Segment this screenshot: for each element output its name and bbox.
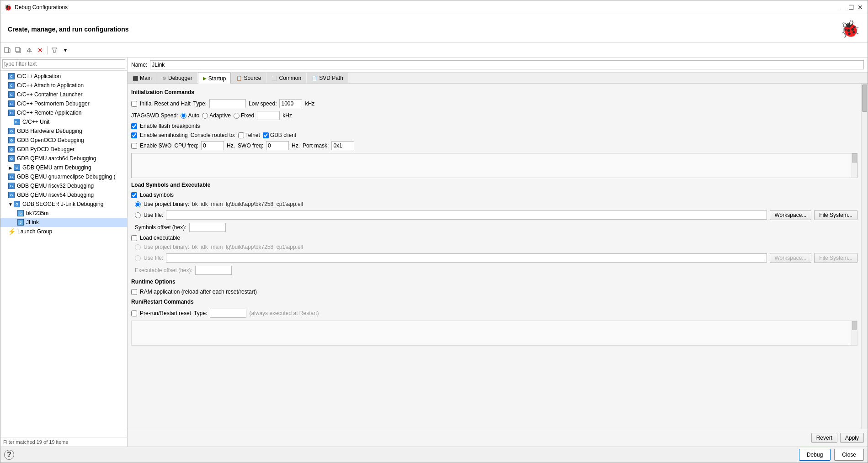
help-icon[interactable]: ? [4, 450, 14, 460]
list-item[interactable]: C C/C++ Attach to Application [0, 81, 127, 90]
left-panel: C C/C++ Application C C/C++ Attach to Ap… [0, 58, 128, 447]
tab-main[interactable]: ⬛ Main [128, 73, 157, 83]
flash-bp-checkbox[interactable] [131, 123, 137, 129]
apply-button[interactable]: Apply [840, 433, 864, 443]
low-speed-input[interactable] [279, 99, 302, 108]
type-input[interactable] [209, 99, 246, 108]
collapse-button[interactable]: ▾ [60, 45, 70, 55]
exec-file-input[interactable] [166, 253, 767, 263]
tab-svd-path[interactable]: 📄 SVD Path [307, 73, 348, 83]
use-project-binary-symbols-label: Use project binary: [144, 201, 189, 207]
init-section: Initialization Commands Initial Reset an… [128, 89, 861, 178]
list-item[interactable]: C+ C/C++ Unit [0, 117, 127, 126]
cfg-icon: G [13, 164, 21, 171]
close-button-footer[interactable]: Close [834, 449, 864, 461]
swo-row: Enable SWO CPU freq: Hz. SWO freq: Hz. P… [131, 141, 857, 150]
tab-startup[interactable]: ▶ Startup [198, 73, 231, 84]
pre-run-checkbox[interactable] [131, 310, 137, 316]
tab-debugger[interactable]: ⚙ Debugger [157, 73, 197, 83]
swo-checkbox[interactable] [131, 143, 137, 149]
init-commands-area[interactable] [131, 153, 857, 178]
list-item[interactable]: G GDB QEMU aarch64 Debugging [0, 154, 127, 163]
port-mask-label: Port mask: [303, 142, 329, 149]
new-config-button[interactable] [2, 45, 12, 55]
ram-app-checkbox[interactable] [131, 289, 137, 295]
scrollbar2[interactable] [852, 321, 857, 345]
exec-offset-input[interactable] [195, 266, 232, 275]
maximize-button[interactable]: ☐ [847, 4, 855, 11]
jlink-item[interactable]: J JLink [0, 218, 127, 227]
initial-reset-halt-checkbox[interactable] [131, 101, 137, 107]
exec-workspace-button[interactable]: Workspace... [770, 253, 812, 263]
list-item[interactable]: G GDB Hardware Debugging [0, 126, 127, 136]
exec-offset-label: Executable offset (hex): [135, 267, 192, 274]
pre-run-label: Pre-run/Restart reset [140, 310, 191, 316]
cfg-icon: G [8, 127, 15, 135]
port-mask-input[interactable] [331, 141, 354, 150]
expand-icon[interactable]: ▼ [8, 201, 13, 207]
semihosting-label: Enable semihosting [140, 132, 188, 138]
list-item[interactable]: b bk7235m [0, 209, 127, 218]
fixed-speed-input[interactable] [257, 111, 280, 120]
adaptive-label: Adaptive [209, 112, 231, 119]
minimize-button[interactable]: — [838, 4, 846, 11]
auto-radio[interactable] [181, 113, 186, 119]
tree-list: C C/C++ Application C C/C++ Attach to Ap… [0, 71, 127, 437]
main-scrollbar[interactable] [861, 84, 868, 429]
list-item[interactable]: ▼ G GDB SEGGER J-Link Debugging [0, 200, 127, 209]
config-name-input[interactable] [150, 60, 864, 69]
telnet-checkbox[interactable] [238, 132, 244, 138]
svd-tab-icon: 📄 [312, 76, 317, 81]
list-item[interactable]: G GDB OpenOCD Debugging [0, 136, 127, 145]
filter-input[interactable] [2, 59, 125, 68]
export-button[interactable] [24, 45, 34, 55]
tab-common[interactable]: ⬜ Common [266, 73, 306, 83]
symbols-file-input[interactable] [166, 210, 767, 220]
symbols-workspace-button[interactable]: Workspace... [770, 210, 812, 220]
revert-button[interactable]: Revert [811, 433, 837, 443]
filter-button[interactable] [49, 45, 59, 55]
duplicate-button[interactable] [13, 45, 23, 55]
symbols-filesystem-button[interactable]: File System... [814, 210, 857, 220]
debug-button[interactable]: Debug [799, 449, 831, 461]
swo-freq-input[interactable] [266, 141, 289, 150]
list-item[interactable]: C C/C++ Remote Application [0, 108, 127, 117]
load-symbols-checkbox[interactable] [131, 192, 137, 198]
cpu-freq-input[interactable] [201, 141, 224, 150]
list-item[interactable]: C C/C++ Postmortem Debugger [0, 99, 127, 108]
pre-run-type-input[interactable] [210, 309, 246, 318]
scrollbar[interactable] [852, 153, 857, 178]
startup-tab-icon: ▶ [203, 76, 207, 81]
load-executable-checkbox[interactable] [131, 235, 137, 241]
use-file-symbols-radio[interactable] [135, 212, 141, 218]
delete-button[interactable]: ✕ [35, 45, 45, 55]
exec-filesystem-button[interactable]: File System... [814, 253, 857, 263]
tab-source[interactable]: 📋 Source [231, 73, 266, 83]
flash-bp-label: Enable flash breakpoints [140, 123, 200, 129]
cfg-icon: G [8, 155, 15, 162]
load-executable-row: Load executable [131, 235, 857, 241]
semihosting-checkbox[interactable] [131, 132, 137, 138]
fixed-radio[interactable] [234, 113, 240, 119]
list-item[interactable]: C C/C++ Container Launcher [0, 90, 127, 99]
use-project-binary-symbols-radio[interactable] [135, 201, 141, 207]
adaptive-radio[interactable] [202, 113, 208, 119]
expand-icon[interactable]: ▶ [8, 165, 13, 170]
list-item[interactable]: G GDB QEMU riscv32 Debugging [0, 181, 127, 190]
list-item[interactable]: G GDB QEMU riscv64 Debugging [0, 190, 127, 200]
tabs-row: ⬛ Main ⚙ Debugger ▶ Startup 📋 Source ⬜ [128, 73, 868, 84]
list-item[interactable]: G GDB PyOCD Debugger [0, 145, 127, 154]
project-binary-path: bk_idk_main_lg\build\app\bk7258_cp1\app.… [192, 201, 304, 207]
run-restart-commands-area[interactable] [131, 321, 857, 346]
list-item[interactable]: ▶ G GDB QEMU arm Debugging [0, 163, 127, 172]
list-item[interactable]: G GDB QEMU gnuarmeclipse Debugging ( [0, 172, 127, 181]
gdb-client-checkbox[interactable] [263, 132, 269, 138]
bottom-action-bar: Revert Apply [128, 429, 868, 447]
symbols-offset-input[interactable] [189, 223, 226, 232]
use-project-binary-exec-radio[interactable] [135, 244, 141, 250]
list-item[interactable]: ⚡ Launch Group [0, 227, 127, 236]
tree-item-label: C/C++ Postmortem Debugger [17, 100, 90, 107]
close-button[interactable]: ✕ [857, 4, 864, 11]
list-item[interactable]: C C/C++ Application [0, 72, 127, 81]
use-file-exec-radio[interactable] [135, 255, 141, 261]
